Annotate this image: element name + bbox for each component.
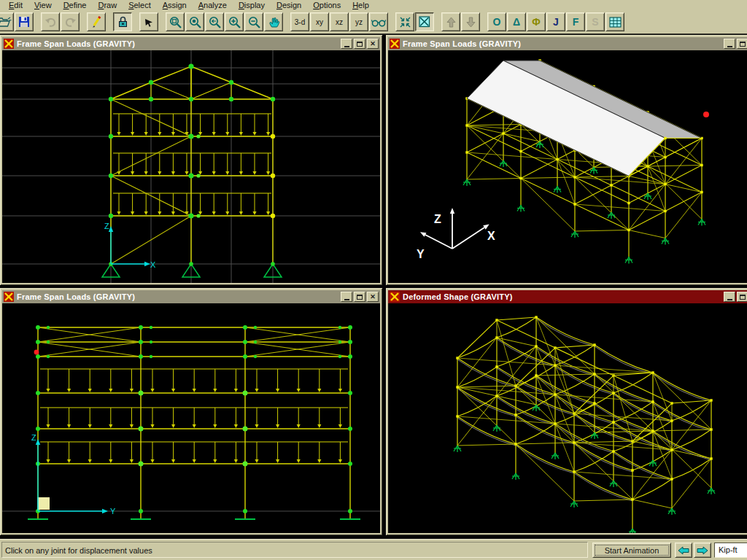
start-animation-button[interactable]: Start Animation: [592, 542, 671, 558]
zoom-out-icon: [247, 15, 261, 29]
move-up-button: [441, 12, 460, 31]
zoom-window-icon: [169, 15, 182, 29]
menu-item-options[interactable]: Options: [307, 1, 347, 9]
shrink-elements-button[interactable]: [395, 12, 414, 31]
window-titlebar-active[interactable]: Deformed Shape (GRAVITY) ✕: [388, 290, 747, 303]
maximize-button[interactable]: [737, 39, 747, 49]
zoom-full-icon: [188, 15, 202, 29]
sap2000-window-icon: [4, 292, 14, 302]
menu-item-draw[interactable]: Draw: [92, 1, 123, 9]
window-frame-span-loads-xz: Frame Span Loads (GRAVITY) ✕ ZX: [0, 35, 382, 285]
close-button[interactable]: ✕: [367, 39, 379, 49]
pan-button[interactable]: [264, 12, 283, 31]
axis-label-y: Y: [110, 507, 116, 516]
menu-item-analyze[interactable]: Analyze: [193, 1, 233, 9]
sap2000-window-icon: [390, 292, 400, 302]
view-xz-button-label: xz: [336, 18, 343, 26]
open-file-button[interactable]: [0, 12, 14, 31]
maximize-button[interactable]: [737, 292, 747, 302]
arrow-right-icon: [697, 546, 708, 555]
menu-item-view[interactable]: View: [28, 1, 58, 9]
joint-display-button-label: O: [493, 16, 501, 28]
minimize-button[interactable]: [341, 292, 352, 302]
window-title: Frame Span Loads (GRAVITY): [17, 39, 341, 48]
window-title: Frame Span Loads (GRAVITY): [17, 292, 341, 301]
window-titlebar[interactable]: Frame Span Loads (GRAVITY) ✕: [2, 37, 380, 50]
viewport-deformed-shape[interactable]: [388, 303, 747, 533]
window-deformed-shape: Deformed Shape (GRAVITY) ✕: [386, 288, 747, 535]
pointer-button[interactable]: [139, 12, 158, 31]
undo-icon: [44, 17, 57, 28]
axes-box-icon: [419, 16, 430, 28]
view-xy-button-label: xy: [316, 18, 323, 26]
shell-display-button[interactable]: Φ: [527, 12, 546, 31]
lock-model-button[interactable]: [113, 12, 132, 31]
view-yz-button[interactable]: yz: [349, 12, 368, 31]
viewport-frame-span-loads-yz[interactable]: ZY: [2, 303, 380, 533]
redo-button: [61, 12, 80, 31]
arrow-down-icon: [466, 17, 476, 28]
lock-icon: [117, 16, 128, 28]
arrow-left-icon: [678, 546, 689, 555]
mdi-workspace: Frame Span Loads (GRAVITY) ✕ ZX Frame Sp…: [0, 35, 747, 539]
close-button[interactable]: ✕: [367, 292, 379, 302]
joint-info-button-label: J: [553, 16, 559, 28]
edit-button[interactable]: [87, 12, 106, 31]
window-titlebar[interactable]: Frame Span Loads (GRAVITY) ✕: [2, 290, 380, 303]
axis-label-y: Y: [417, 248, 425, 260]
axis-label-z: Z: [104, 222, 109, 230]
redo-icon: [64, 17, 77, 28]
menu-item-display[interactable]: Display: [233, 1, 271, 9]
next-arrow-button[interactable]: [694, 542, 711, 558]
maximize-button[interactable]: [354, 292, 365, 302]
menu-bar: EditViewDefineDrawSelectAssignAnalyzeDis…: [0, 0, 747, 10]
zoom-out-button[interactable]: [244, 12, 263, 31]
table-display-button[interactable]: [605, 12, 624, 31]
view-xz-button[interactable]: xz: [330, 12, 349, 31]
axis-label-x: X: [150, 260, 156, 269]
zoom-in-button[interactable]: [225, 12, 244, 31]
menu-item-design[interactable]: Design: [271, 1, 307, 9]
previous-zoom-button[interactable]: [205, 12, 224, 31]
window-title: Deformed Shape (GRAVITY): [403, 292, 724, 301]
frame-info-button[interactable]: F: [566, 12, 585, 31]
previous-arrow-button[interactable]: [675, 542, 692, 558]
menu-item-edit[interactable]: Edit: [3, 1, 28, 9]
maximize-button[interactable]: [354, 39, 365, 49]
frame-display-button-label: Δ: [513, 16, 520, 28]
pencil-icon: [90, 16, 102, 28]
status-bar: Click on any joint for displacement valu…: [0, 539, 747, 560]
menu-item-assign[interactable]: Assign: [157, 1, 193, 9]
rubber-band-zoom-button[interactable]: [166, 12, 185, 31]
frame-display-button[interactable]: Δ: [507, 12, 526, 31]
pan-hand-icon: [268, 16, 280, 28]
pointer-icon: [144, 17, 154, 27]
window-titlebar[interactable]: Frame Span Loads (GRAVITY) ✕: [388, 37, 747, 50]
move-down-button: [461, 12, 480, 31]
undo-button: [41, 12, 60, 31]
status-message: Click on any joint for displacement valu…: [1, 542, 588, 558]
joint-display-button[interactable]: O: [487, 12, 506, 31]
glasses-icon: [371, 18, 387, 27]
menu-item-define[interactable]: Define: [58, 1, 93, 9]
folder-icon: [0, 16, 12, 28]
menu-item-select[interactable]: Select: [123, 1, 157, 9]
window-frame-span-loads-3d: Frame Span Loads (GRAVITY) ✕ ZXY: [386, 35, 747, 285]
show-axes-button[interactable]: [415, 12, 434, 31]
view-3d-button-label: 3-d: [295, 18, 305, 26]
axis-label-z: Z: [31, 433, 36, 442]
minimize-button[interactable]: [724, 292, 735, 302]
minimize-button[interactable]: [341, 39, 352, 49]
shell-info-button-label: S: [592, 16, 598, 28]
minimize-button[interactable]: [724, 39, 735, 49]
view-xy-button[interactable]: xy: [310, 12, 329, 31]
units-combobox[interactable]: Kip-ft: [714, 542, 747, 558]
view-3d-button[interactable]: 3-d: [290, 12, 309, 31]
viewport-frame-span-loads-3d[interactable]: ZXY: [388, 50, 747, 283]
perspective-button[interactable]: [369, 12, 388, 31]
save-button[interactable]: [15, 12, 34, 31]
joint-info-button[interactable]: J: [546, 12, 565, 31]
restore-full-view-button[interactable]: [185, 12, 204, 31]
menu-item-help[interactable]: Help: [347, 1, 375, 9]
viewport-frame-span-loads-xz[interactable]: ZX: [2, 50, 380, 283]
